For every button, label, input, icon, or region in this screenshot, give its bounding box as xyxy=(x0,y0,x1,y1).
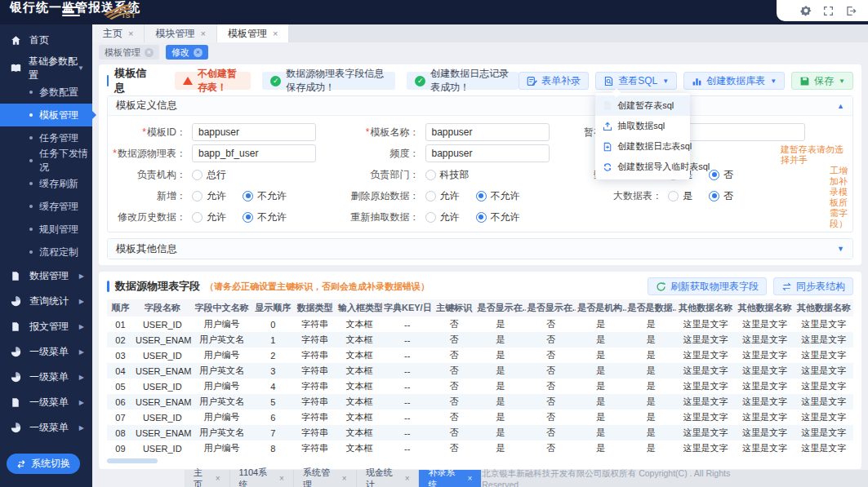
bullet-icon xyxy=(29,91,33,94)
bottom-tab-现金统计[interactable]: 现金统计 × xyxy=(357,470,420,487)
table-row[interactable]: 03USER_ID用户编号2字符串文本框--否是否是是这里是文字这里是文字这里是… xyxy=(107,348,853,363)
table-row[interactable]: 07USER_ID用户编号6字符串文本框--否是否是是这里是文字这里是文字这里是… xyxy=(107,410,853,425)
tab-模块管理[interactable]: 模块管理 × xyxy=(145,24,216,42)
table-cell: 是 xyxy=(475,348,525,363)
sidebar-group-0[interactable]: 基础参数配置 ▼ xyxy=(0,55,92,81)
bottom-tab-1104系统[interactable]: 1104系统 × xyxy=(230,470,294,487)
horizontal-scrollbar[interactable] xyxy=(107,458,158,463)
collapse-up-icon[interactable]: ▲ xyxy=(837,102,844,110)
radio-option-总行[interactable]: 总行 xyxy=(192,168,226,182)
radio-option-不允许[interactable]: 不允许 xyxy=(476,189,520,203)
sidebar-item-5[interactable]: 缓存管理 xyxy=(0,195,92,218)
sidebar-group-6[interactable]: 一级菜单 ▶ xyxy=(0,390,92,415)
radio-option-否[interactable]: 否 xyxy=(709,189,733,203)
table-cell: 文本框 xyxy=(336,441,382,456)
close-icon[interactable]: × xyxy=(279,474,284,483)
radio-option-允许[interactable]: 允许 xyxy=(425,210,460,224)
table-cell: 否 xyxy=(432,348,475,363)
table-cell: 文本框 xyxy=(336,317,382,332)
tab-模板管理[interactable]: 模板管理 × xyxy=(217,24,289,42)
close-icon[interactable]: × xyxy=(273,29,278,38)
close-icon[interactable]: × xyxy=(145,48,154,57)
sidebar-group-2[interactable]: 查询统计 ▶ xyxy=(0,289,92,314)
sidebar-group-1[interactable]: 数据管理 ▶ xyxy=(0,263,92,289)
close-icon[interactable]: × xyxy=(342,474,347,483)
radio-option-允许[interactable]: 允许 xyxy=(425,189,460,203)
sidebar-item-4[interactable]: 缓存刷新 xyxy=(0,172,92,195)
查看SQL-button[interactable]: 查看SQL▼ xyxy=(595,72,677,90)
sidebar-group-3[interactable]: 报文管理 ▶ xyxy=(0,314,92,339)
sidebar-collapse-icon[interactable] xyxy=(62,7,80,18)
radio-option-是[interactable]: 是 xyxy=(668,189,692,203)
collapse-down-icon[interactable]: ▼ xyxy=(837,245,844,253)
radio-option-科技部[interactable]: 科技部 xyxy=(425,168,470,182)
bottom-tab-补录系统[interactable]: 补录系统 × xyxy=(419,470,482,487)
menu-item-抽取数据sql[interactable]: 抽取数据sql xyxy=(595,116,690,136)
数据源物理表-input[interactable] xyxy=(192,144,316,162)
gear-icon[interactable] xyxy=(800,5,812,16)
logout-icon[interactable] xyxy=(845,6,857,16)
sidebar-item-0[interactable]: 参数配置 xyxy=(0,81,92,104)
breadcrumb-chip-修改[interactable]: 修改 × xyxy=(166,45,208,60)
同步表结构-button[interactable]: 同步表结构 xyxy=(773,277,853,295)
sidebar-group-7[interactable]: 一级菜单 ▶ xyxy=(0,415,92,441)
radio-option-允许[interactable]: 允许 xyxy=(192,189,226,203)
close-icon[interactable]: × xyxy=(467,474,472,483)
频度-input[interactable] xyxy=(425,144,550,162)
menu-item-创建数据导入临时表sql[interactable]: 创建数据导入临时表sql xyxy=(595,157,690,177)
模板名称-input[interactable] xyxy=(425,123,550,141)
保存-button[interactable]: 保存▼ xyxy=(791,72,853,90)
table-row[interactable]: 08USER_ENAME用户英文名7字符串文本框--否是否是是这里是文字这里是文… xyxy=(107,425,853,441)
bottom-tab-系统管理[interactable]: 系统管理 × xyxy=(294,470,357,487)
table-cell: 文本框 xyxy=(336,425,382,441)
chevron-down-icon: ▼ xyxy=(78,64,84,72)
radio-option-不允许[interactable]: 不允许 xyxy=(243,189,287,203)
table-cell: USER_ENAME xyxy=(134,363,191,379)
close-icon[interactable]: × xyxy=(194,48,203,57)
table-row[interactable]: 01USER_ID用户编号0字符串文本框--否是否是是这里是文字这里是文字这里是… xyxy=(107,317,853,332)
模板ID-input[interactable] xyxy=(192,123,316,141)
创建数据库表-button[interactable]: 创建数据库表▼ xyxy=(683,72,785,90)
table-row[interactable]: 09USER_ID用户编号8字符串文本框--否是否是是这里是文字这里是文字这里是… xyxy=(107,441,853,456)
table-cell: 03 xyxy=(107,348,134,363)
radio-option-允许[interactable]: 允许 xyxy=(192,210,226,224)
bullet-icon xyxy=(29,182,33,185)
tab-主页[interactable]: 主页 × xyxy=(92,24,145,42)
sidebar-item-home[interactable]: 首页 xyxy=(0,24,92,55)
table-cell: 这里是文字 xyxy=(735,332,794,348)
close-icon[interactable]: × xyxy=(128,29,133,38)
table-row[interactable]: 04USER_ENAME用户英文名3字符串文本框--否是否是是这里是文字这里是文… xyxy=(107,363,853,379)
table-row[interactable]: 02USER_ENAME用户英文名1字符串文本框--否是否是是这里是文字这里是文… xyxy=(107,332,853,348)
sidebar-item-2[interactable]: 任务管理 xyxy=(0,126,92,149)
table-cell: 这里是文字 xyxy=(676,363,735,379)
bottom-taskbar: 主页 ×1104系统 ×系统管理 ×现金统计 ×补录系统 × 北京银丰新融科技开… xyxy=(185,470,868,487)
table-row[interactable]: 05USER_ID用户编号4字符串文本框--否是否是是这里是文字这里是文字这里是… xyxy=(107,379,853,394)
fullscreen-icon[interactable] xyxy=(823,6,834,16)
刷新获取物理表字段-button[interactable]: 刷新获取物理表字段 xyxy=(648,277,767,295)
menu-item-创建数据日志表sql[interactable]: 创建数据日志表sql xyxy=(595,136,690,157)
sidebar-item-7[interactable]: 流程定制 xyxy=(0,241,92,263)
radio-option-否[interactable]: 否 xyxy=(709,168,733,182)
radio-option-不允许[interactable]: 不允许 xyxy=(243,210,287,224)
close-icon[interactable]: × xyxy=(200,29,205,38)
breadcrumb-chip-模板管理[interactable]: 模板管理 × xyxy=(99,45,159,60)
close-icon[interactable]: × xyxy=(405,474,410,483)
sidebar-item-1[interactable]: 模板管理 xyxy=(0,104,92,126)
system-switch-button[interactable]: 系统切换 xyxy=(7,454,80,474)
sidebar-group-5[interactable]: 一级菜单 ▶ xyxy=(0,365,92,390)
column-header: 主键标识 xyxy=(432,299,475,317)
close-icon[interactable]: × xyxy=(216,474,220,483)
bottom-tab-主页[interactable]: 主页 × xyxy=(185,470,230,487)
radio-option-不允许[interactable]: 不允许 xyxy=(476,210,520,224)
table-row[interactable]: 06USER_ENAME用户英文名5字符串文本框--否是否是是这里是文字这里是文… xyxy=(107,394,853,410)
required-asterisk: * xyxy=(113,148,117,159)
notification-text: 创建数据日志记录表成功！ xyxy=(430,67,510,95)
table-cell: 否 xyxy=(526,348,576,363)
sidebar-item-3[interactable]: 任务下发情况 xyxy=(0,149,92,172)
sidebar-group-4[interactable]: 一级菜单 ▶ xyxy=(0,339,92,365)
sidebar-item-6[interactable]: 规则管理 xyxy=(0,218,92,241)
radio-label: 否 xyxy=(723,189,733,203)
menu-item-创建暂存表sql[interactable]: 创建暂存表sql xyxy=(595,95,690,116)
required-asterisk: * xyxy=(142,126,146,138)
表单补录-button[interactable]: 表单补录 xyxy=(519,72,589,90)
